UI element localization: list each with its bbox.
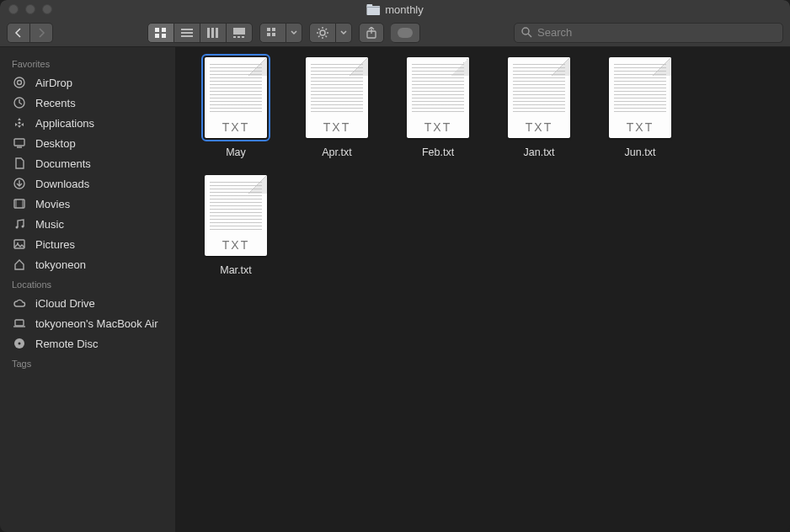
svg-line-27 — [325, 35, 327, 37]
file-item[interactable]: TXTMar.txt — [185, 175, 286, 276]
column-view-icon — [207, 28, 219, 38]
file-name: Apr.txt — [322, 146, 351, 158]
sidebar-item-icloud-drive[interactable]: iCloud Drive — [0, 293, 175, 313]
share-icon — [366, 27, 376, 39]
arrange-menu-button[interactable] — [286, 23, 302, 43]
svg-point-38 — [19, 122, 21, 125]
file-type-badge: TXT — [306, 120, 368, 134]
svg-rect-12 — [216, 28, 218, 38]
sidebar-item-pictures[interactable]: Pictures — [0, 234, 175, 254]
svg-rect-14 — [233, 36, 236, 38]
file-thumbnail[interactable]: TXT — [508, 57, 570, 138]
zoom-light[interactable] — [42, 4, 52, 14]
icon-view-icon — [155, 28, 167, 38]
file-item[interactable]: TXTJan.txt — [488, 57, 590, 158]
file-item[interactable]: TXTMay — [185, 57, 286, 158]
sidebar-item-movies[interactable]: Movies — [0, 194, 175, 214]
svg-point-36 — [18, 81, 22, 85]
view-list-button[interactable] — [174, 23, 200, 43]
sidebar-item-recents[interactable]: Recents — [0, 93, 175, 113]
svg-rect-20 — [272, 33, 275, 36]
file-thumbnail[interactable]: TXT — [205, 57, 267, 138]
sidebar-item-airdrop[interactable]: AirDrop — [0, 72, 175, 93]
svg-rect-15 — [238, 36, 240, 38]
search-icon — [521, 27, 532, 38]
cloud-icon — [13, 296, 26, 310]
sidebar-item-downloads[interactable]: Downloads — [0, 173, 175, 194]
file-name: Jan.txt — [524, 146, 555, 158]
sidebar-item-label: Applications — [35, 117, 94, 130]
sidebar-item-label: iCloud Drive — [35, 297, 95, 310]
arrange-group — [259, 23, 302, 43]
download-icon-wrap — [12, 177, 27, 190]
titlebar: monthly — [0, 0, 790, 19]
action-button[interactable] — [309, 23, 336, 43]
laptop-icon — [13, 317, 26, 330]
sidebar-item-tokyoneon-s-macbook-air[interactable]: tokyoneon's MacBook Air — [0, 313, 175, 333]
home-icon — [13, 258, 26, 271]
search-field[interactable] — [514, 23, 783, 43]
svg-rect-3 — [155, 28, 159, 32]
svg-point-21 — [320, 30, 325, 35]
sidebar-item-desktop[interactable]: Desktop — [0, 133, 175, 153]
file-thumbnail[interactable]: TXT — [609, 57, 671, 138]
svg-line-28 — [318, 35, 320, 37]
sidebar-item-music[interactable]: Music — [0, 214, 175, 234]
sidebar-item-label: Pictures — [35, 238, 75, 251]
forward-button[interactable] — [30, 23, 53, 43]
file-name: Jun.txt — [625, 146, 656, 158]
sidebar: Favorites AirDropRecentsApplicationsDesk… — [0, 47, 175, 532]
view-switcher — [147, 23, 253, 43]
svg-rect-9 — [181, 35, 193, 37]
folder-proxy-icon — [366, 3, 380, 15]
sidebar-item-label: tokyoneon's MacBook Air — [35, 317, 158, 330]
svg-rect-6 — [162, 34, 166, 38]
apps-icon-wrap — [12, 116, 27, 130]
file-item[interactable]: TXTJun.txt — [590, 57, 691, 158]
search-input[interactable] — [537, 26, 776, 39]
back-button[interactable] — [7, 23, 30, 43]
file-thumbnail[interactable]: TXT — [306, 57, 368, 138]
sidebar-item-remote-disc[interactable]: Remote Disc — [0, 333, 175, 354]
tags-button[interactable] — [391, 23, 420, 43]
file-item[interactable]: TXTFeb.txt — [387, 57, 488, 158]
airdrop-icon-wrap — [12, 76, 27, 89]
minimize-light[interactable] — [25, 4, 35, 14]
view-gallery-button[interactable] — [227, 23, 253, 43]
view-columns-button[interactable] — [200, 23, 227, 43]
clock-icon-wrap — [12, 96, 27, 109]
action-menu-button[interactable] — [336, 23, 352, 43]
sidebar-item-applications[interactable]: Applications — [0, 113, 175, 133]
download-icon — [13, 177, 26, 190]
svg-point-35 — [14, 77, 24, 88]
file-grid[interactable]: TXTMayTXTApr.txtTXTFeb.txtTXTJan.txtTXTJ… — [175, 47, 790, 532]
sidebar-item-label: Documents — [35, 157, 91, 170]
chevron-right-icon — [37, 28, 45, 38]
arrange-button[interactable] — [259, 23, 286, 43]
traffic-lights — [8, 4, 52, 14]
file-thumbnail[interactable]: TXT — [407, 57, 469, 138]
airdrop-icon — [13, 76, 26, 89]
gear-icon — [317, 27, 328, 39]
file-item[interactable]: TXTApr.txt — [286, 57, 387, 158]
share-button[interactable] — [359, 23, 384, 43]
sidebar-item-tokyoneon[interactable]: tokyoneon — [0, 254, 175, 274]
pictures-icon-wrap — [12, 237, 27, 251]
arrange-icon — [267, 28, 279, 38]
file-thumbnail[interactable]: TXT — [205, 175, 267, 256]
svg-rect-10 — [207, 28, 210, 38]
svg-line-34 — [528, 34, 531, 37]
desktop-icon-wrap — [12, 136, 27, 150]
laptop-icon-wrap — [12, 317, 27, 330]
svg-rect-11 — [211, 28, 214, 38]
chevron-down-icon — [340, 30, 347, 35]
sidebar-item-documents[interactable]: Documents — [0, 153, 175, 173]
svg-rect-8 — [181, 32, 193, 34]
svg-rect-17 — [267, 28, 270, 31]
file-type-badge: TXT — [205, 238, 267, 252]
file-type-badge: TXT — [205, 120, 267, 134]
svg-rect-5 — [155, 34, 159, 38]
close-light[interactable] — [8, 4, 19, 14]
svg-rect-19 — [267, 33, 270, 36]
view-icons-button[interactable] — [147, 23, 174, 43]
